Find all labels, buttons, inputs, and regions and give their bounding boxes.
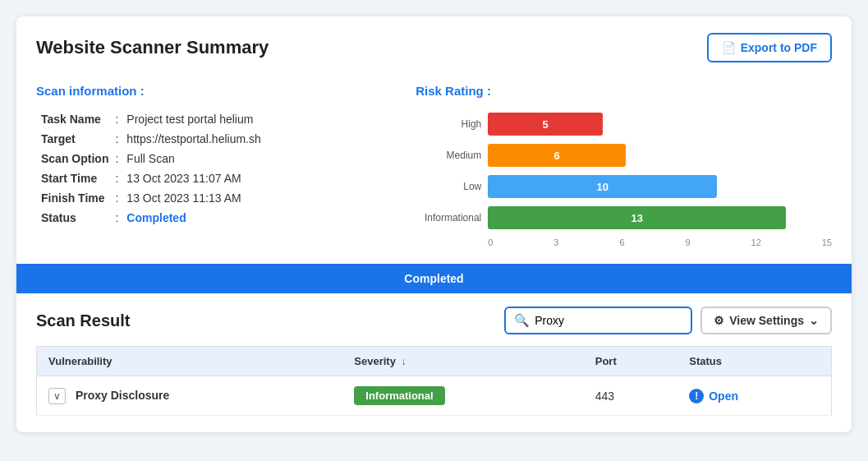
field-sep-scan-option: : [110,149,122,168]
chart-row-informational: Informational 13 [416,206,832,229]
status-open-icon: ! [689,389,704,403]
chevron-down-icon: ⌄ [809,314,819,327]
risk-rating-panel: Risk Rating : High 5 Medium 6 [416,84,832,247]
chart-bar-low: 10 [488,175,717,198]
field-sep-task: : [110,109,122,129]
chart-bar-wrap-informational: 13 [488,206,832,229]
search-input[interactable] [535,314,682,327]
field-value-start-time: 13 Oct 2023 11:07 AM [122,168,265,188]
table-row: Scan Option : Full Scan [36,149,266,168]
table-header-row: Vulnerability Severity ↓ Port Status [37,347,832,376]
cell-status: ! Open [677,376,831,416]
status-text: Open [709,390,738,403]
chart-label-low: Low [416,181,481,192]
table-row: Target : https://testportal.helium.sh [36,129,266,149]
search-icon: 🔍 [514,313,530,328]
field-label-task: Task Name [36,109,110,129]
gear-icon: ⚙ [714,314,724,327]
cell-vulnerability: ∨ Proxy Disclosure [37,376,343,416]
table-row: Finish Time : 13 Oct 2023 11:13 AM [36,188,266,208]
chart-label-high: High [416,118,481,130]
severity-badge: Informational [354,386,444,405]
field-sep-status: : [110,208,122,228]
col-header-port: Port [584,347,678,376]
view-settings-button[interactable]: ⚙ View Settings ⌄ [700,307,832,334]
field-label-start-time: Start Time [36,168,110,188]
chart-bar-wrap-high: 5 [488,113,832,136]
main-container: Website Scanner Summary 📄 Export to PDF … [16,16,852,432]
header: Website Scanner Summary 📄 Export to PDF [16,16,852,76]
scan-info-table: Task Name : Project test portal helium T… [36,109,266,228]
field-value-target: https://testportal.helium.sh [122,129,265,149]
result-table: Vulnerability Severity ↓ Port Status ∨ P… [36,346,832,416]
field-label-target: Target [36,129,110,149]
table-row: Start Time : 13 Oct 2023 11:07 AM [36,168,266,188]
scan-result-section: Scan Result 🔍 ⚙ View Settings ⌄ Vulnerab… [16,293,852,416]
col-header-severity: Severity ↓ [342,347,583,376]
field-value-status: Completed [122,208,265,228]
col-header-vulnerability: Vulnerability [37,347,343,376]
chart-bar-wrap-medium: 6 [488,144,832,167]
field-value-finish-time: 13 Oct 2023 11:13 AM [122,188,265,208]
chart-label-informational: Informational [416,212,481,224]
sort-icon: ↓ [402,356,406,367]
top-section: Scan information : Task Name : Project t… [16,76,852,264]
scan-result-title: Scan Result [36,311,130,330]
table-row: Task Name : Project test portal helium [36,109,266,129]
chart-bar-high: 5 [488,113,603,136]
search-settings: 🔍 ⚙ View Settings ⌄ [504,307,832,334]
chart-row-high: High 5 [416,113,832,136]
table-row: Status : Completed [36,208,266,228]
vulnerability-name: Proxy Disclosure [76,389,169,402]
chart-row-medium: Medium 6 [416,144,832,167]
completed-banner: Completed [16,264,852,293]
chart-bar-medium: 6 [488,144,625,167]
field-value-scan-option: Full Scan [122,149,265,168]
field-label-scan-option: Scan Option [36,149,110,168]
row-expand-button[interactable]: ∨ [48,388,66,404]
status-open: ! Open [689,389,820,403]
field-sep-start-time: : [110,168,122,188]
cell-port: 443 [584,376,678,416]
col-header-status: Status [677,347,831,376]
search-box[interactable]: 🔍 [504,307,692,334]
page-title: Website Scanner Summary [36,37,269,58]
field-label-finish-time: Finish Time [36,188,110,208]
risk-rating-title: Risk Rating : [416,84,832,98]
field-sep-target: : [110,129,122,149]
chart-label-medium: Medium [416,150,481,161]
table-row: ∨ Proxy Disclosure Informational 443 ! O… [37,376,832,416]
scan-result-header: Scan Result 🔍 ⚙ View Settings ⌄ [36,307,832,334]
field-label-status: Status [36,208,110,228]
scan-info-title: Scan information : [36,84,383,98]
field-sep-finish-time: : [110,188,122,208]
chart-bar-wrap-low: 10 [488,175,832,198]
export-pdf-button[interactable]: 📄 Export to PDF [707,33,832,62]
export-icon: 📄 [722,41,736,54]
chart-row-low: Low 10 [416,175,832,198]
cell-severity: Informational [342,376,583,416]
scan-info-panel: Scan information : Task Name : Project t… [36,84,383,247]
chart-axis: 0 3 6 9 12 15 [416,237,832,247]
risk-chart: High 5 Medium 6 Low 10 [416,109,832,247]
field-value-task: Project test portal helium [122,109,265,129]
chart-bar-informational: 13 [488,206,786,229]
